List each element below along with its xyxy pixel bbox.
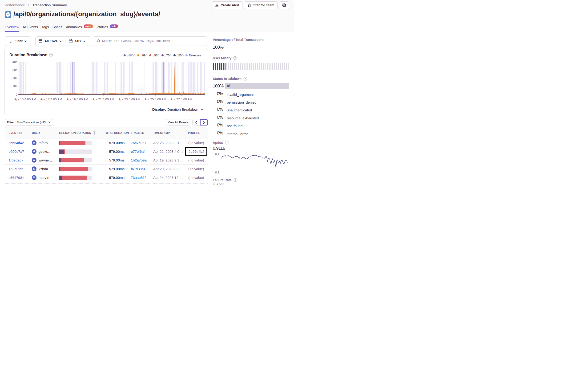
svg-text:Apr 19 4:00 AM: Apr 19 4:00 AM [66,98,88,101]
svg-text:?: ? [235,179,236,181]
svg-text:30s: 30s [12,68,18,72]
svg-text:40s: 40s [12,60,18,64]
svg-text:10s: 10s [12,84,18,88]
svg-text:Apr 17 4:00 AM: Apr 17 4:00 AM [40,98,62,101]
svg-text:?: ? [226,141,227,144]
svg-text:Apr 27 4:00 AM: Apr 27 4:00 AM [170,98,192,101]
svg-text:Apr 21 4:00 AM: Apr 21 4:00 AM [92,98,114,101]
svg-text:?: ? [245,77,246,80]
svg-text:Apr 23 4:00 AM: Apr 23 4:00 AM [118,98,140,101]
svg-text:20s: 20s [12,76,18,80]
svg-text:?: ? [234,57,236,59]
svg-text:?: ? [50,53,52,56]
svg-text:Apr 25 4:00 AM: Apr 25 4:00 AM [144,98,166,101]
svg-text:Apr 15 4:00 AM: Apr 15 4:00 AM [14,98,36,101]
svg-text:?: ? [94,132,95,134]
svg-text:0: 0 [16,93,17,96]
